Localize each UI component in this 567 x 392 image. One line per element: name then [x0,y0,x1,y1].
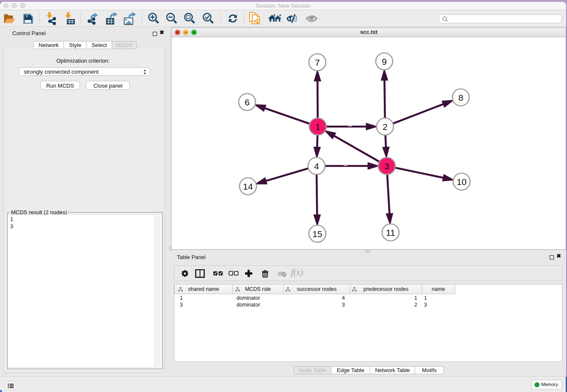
svg-text:3: 3 [384,161,389,171]
svg-text:6: 6 [245,97,250,107]
svg-text:7: 7 [315,58,320,67]
svg-text:1: 1 [315,122,320,132]
svg-text:11: 11 [386,228,395,237]
svg-text:14: 14 [243,182,253,191]
svg-text:2: 2 [383,122,388,132]
svg-text:9: 9 [382,57,387,66]
svg-text:8: 8 [458,93,463,102]
svg-text:10: 10 [457,177,466,187]
svg-text:4: 4 [314,161,319,171]
svg-text:15: 15 [312,229,322,239]
